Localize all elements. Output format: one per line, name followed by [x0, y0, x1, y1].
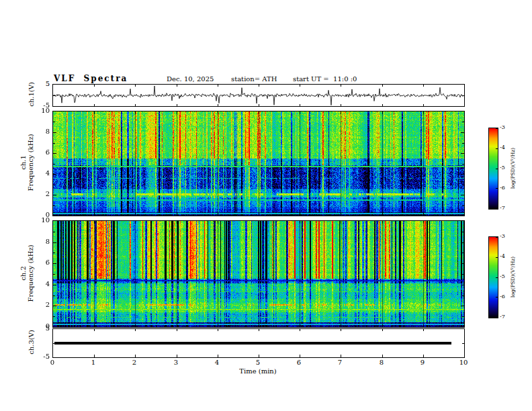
tick-label: 10 — [28, 217, 50, 224]
plot-title: VLF Spectra — [54, 74, 128, 83]
tick-label: 5 — [28, 81, 50, 87]
colorbar-ch1 — [488, 128, 498, 210]
colorbar-ch1-label: log(PSD)(V²/Hz) — [508, 128, 517, 208]
tick-label: 1 — [83, 359, 103, 366]
ch1-spec-ylabel: ch.1 Frequency (kHz) — [19, 112, 34, 213]
colorbar-ch1-canvas — [489, 128, 498, 209]
station-label: station= ATH — [231, 75, 277, 83]
ch1-spec-ylabel-channel: ch.1 — [19, 112, 27, 213]
tick-label: 6 — [289, 359, 309, 366]
tick-label: 5 — [248, 359, 268, 366]
tick-label: 4 — [28, 281, 50, 287]
ch1-spectrogram-canvas — [53, 111, 464, 216]
ch1-spec-ylabel-axis: Frequency (kHz) — [27, 112, 34, 213]
tick-label: 5 — [28, 325, 50, 332]
date-label: Dec. 10, 2025 — [167, 75, 214, 83]
tick-label: 7 — [330, 359, 350, 366]
tick-label: 0 — [42, 359, 62, 366]
ch2-spectrogram-panel — [52, 220, 465, 328]
tick-label: 8 — [28, 238, 50, 245]
start-ut-label: start UT = 11:0 :0 — [293, 75, 357, 83]
ch3-waveform-canvas — [53, 329, 464, 357]
ch1-spectrogram-panel — [52, 111, 465, 216]
tick-label: 2 — [124, 359, 144, 366]
tick-label: 2 — [28, 191, 50, 197]
ch3-waveform-panel — [52, 328, 465, 358]
tick-label: 10 — [453, 359, 474, 366]
ch2-spectrogram-canvas — [53, 221, 464, 327]
x-axis-title: Time (min) — [211, 367, 305, 375]
ch2-spec-ylabel-channel: ch.2 — [19, 223, 27, 324]
tick-label: 9 — [412, 359, 433, 366]
tick-label: 3 — [166, 359, 186, 366]
ch1-waveform-canvas — [53, 85, 464, 106]
colorbar-ch2 — [488, 236, 498, 318]
tick-label: 8 — [28, 128, 50, 135]
tick-label: 2 — [28, 302, 50, 308]
tick-label: 8 — [371, 359, 392, 366]
vlf-spectra-figure: VLF Spectra Dec. 10, 2025 station= ATH s… — [0, 0, 532, 411]
tick-label: 6 — [28, 149, 50, 156]
ch1-waveform-panel — [52, 84, 465, 107]
tick-label: 6 — [28, 259, 50, 266]
tick-label: 4 — [28, 170, 50, 177]
colorbar-ch2-label: log(PSD)(V²/Hz) — [508, 236, 517, 317]
tick-label: 4 — [207, 359, 227, 366]
colorbar-ch2-canvas — [489, 237, 498, 318]
tick-label: 10 — [28, 107, 50, 114]
ch3-wave-ylabel-text: ch.3(V) — [28, 330, 35, 355]
